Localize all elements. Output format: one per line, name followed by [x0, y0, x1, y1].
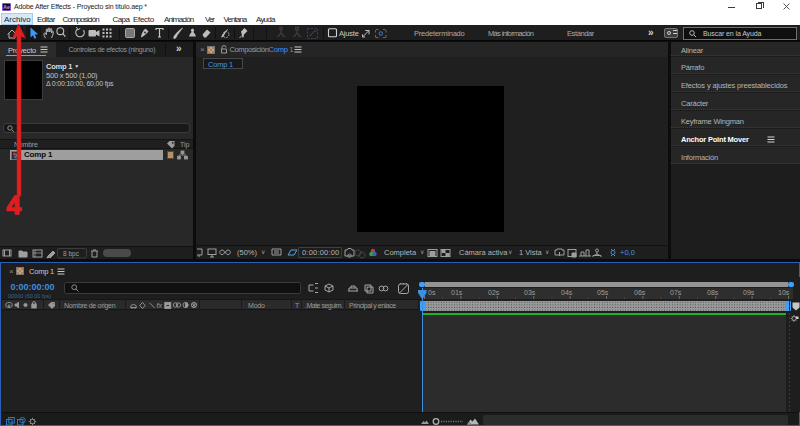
svg-text:8 bpc: 8 bpc	[63, 250, 80, 258]
svg-text:fx: fx	[157, 302, 163, 309]
svg-text:4: 4	[7, 190, 22, 220]
